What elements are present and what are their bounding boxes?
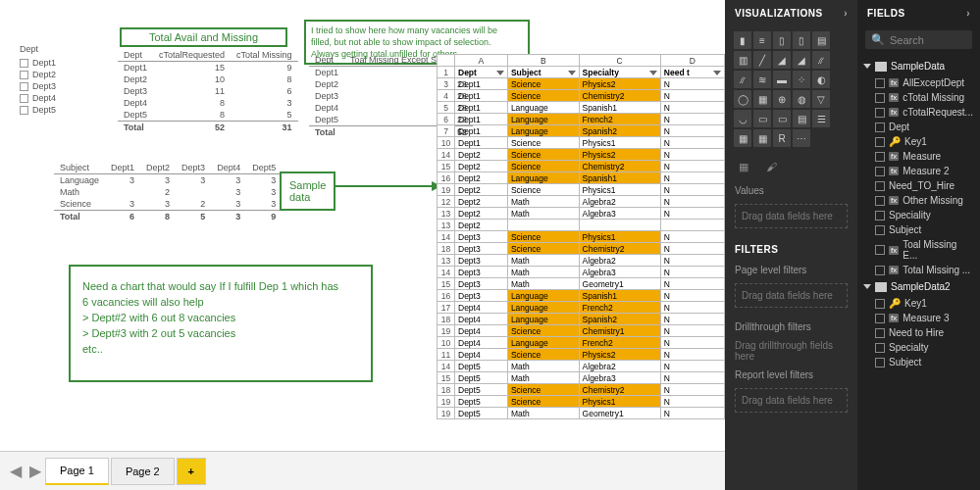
field-item[interactable]: fxcTotal Missing — [857, 90, 980, 105]
dept-slicer[interactable]: Dept Dept1Dept2Dept3Dept4Dept5 — [20, 44, 108, 117]
viz-kpi-icon[interactable]: ▤ — [793, 110, 810, 127]
tab-page-2[interactable]: Page 2 — [111, 458, 175, 485]
checkbox-icon[interactable] — [875, 343, 885, 353]
field-item[interactable]: fxOther Missing — [857, 193, 980, 208]
viz-matrix-icon[interactable]: ▦ — [753, 129, 771, 147]
checkbox-icon[interactable] — [875, 122, 885, 132]
checkbox-icon[interactable] — [875, 196, 885, 206]
viz-treemap-icon[interactable]: ▦ — [753, 90, 771, 108]
checkbox-icon[interactable] — [20, 82, 28, 91]
viz-r-icon[interactable]: R — [773, 129, 791, 147]
slicer-item[interactable]: Dept4 — [20, 93, 108, 103]
viz-stacked-bar-icon[interactable]: ▮ — [734, 31, 751, 49]
tab-page-1[interactable]: Page 1 — [45, 458, 109, 485]
drillthrough-drop[interactable]: Drag drillthrough fields here — [725, 336, 857, 366]
viz-card-icon[interactable]: ▭ — [753, 110, 771, 127]
checkbox-icon[interactable] — [20, 59, 28, 68]
field-item[interactable]: Need_TO_Hire — [857, 178, 980, 193]
table-sampledata2[interactable]: SampleData2 — [857, 277, 980, 296]
field-item[interactable]: 🔑Key1 — [857, 134, 980, 149]
col-letter[interactable]: C — [579, 55, 660, 67]
checkbox-icon[interactable] — [875, 78, 885, 88]
filter-dropdown-icon[interactable] — [713, 71, 721, 75]
field-item[interactable]: fxMeasure 3 — [857, 311, 980, 325]
values-drop-area[interactable]: Drag data fields here — [735, 204, 848, 228]
viz-funnel-icon[interactable]: ▽ — [812, 90, 830, 108]
field-item[interactable]: Need to Hire — [857, 325, 980, 340]
checkbox-icon[interactable] — [875, 181, 885, 191]
fields-search-input[interactable]: 🔍 Search — [865, 30, 972, 49]
slicer-item[interactable]: Dept2 — [20, 70, 108, 79]
field-item[interactable]: fxMeasure 2 — [857, 164, 980, 178]
format-tab-icon[interactable]: 🖌 — [762, 158, 780, 175]
viz-stacked-area-icon[interactable]: ◢ — [793, 51, 810, 69]
prev-page-button[interactable]: ◀ — [6, 462, 26, 481]
checkbox-icon[interactable] — [875, 328, 885, 338]
field-item[interactable]: 🔑Key1 — [857, 296, 980, 311]
field-item[interactable]: fxMeasure — [857, 149, 980, 164]
viz-stacked-column-icon[interactable]: ▯ — [773, 31, 791, 49]
slicer-item[interactable]: Dept5 — [20, 105, 108, 115]
field-item[interactable]: Specialty — [857, 340, 980, 355]
col-letter[interactable]: B — [507, 55, 579, 67]
viz-combo2-icon[interactable]: ⫽ — [734, 71, 751, 88]
checkbox-icon[interactable] — [875, 358, 885, 368]
checkbox-icon[interactable] — [875, 152, 885, 162]
viz-scatter-icon[interactable]: ⁘ — [793, 71, 810, 88]
viz-filled-map-icon[interactable]: ◍ — [793, 90, 810, 108]
next-page-button[interactable]: ▶ — [26, 462, 45, 481]
filter-dropdown-icon[interactable] — [568, 71, 576, 75]
table-sampledata[interactable]: SampleData — [857, 57, 980, 75]
checkbox-icon[interactable] — [875, 167, 885, 176]
viz-slicer-icon[interactable]: ☰ — [812, 110, 830, 127]
viz-area-icon[interactable]: ◢ — [773, 51, 791, 69]
checkbox-icon[interactable] — [875, 299, 885, 309]
viz-waterfall-icon[interactable]: ▬ — [773, 71, 791, 88]
checkbox-icon[interactable] — [875, 137, 885, 147]
column-header[interactable]: Specialty — [579, 67, 660, 78]
add-page-button[interactable]: + — [177, 458, 206, 485]
sample-data-grid[interactable]: ABCD1DeptSubjectSpecialtyNeed t3Dept1Sci… — [437, 54, 725, 419]
checkbox-icon[interactable] — [875, 266, 885, 275]
checkbox-icon[interactable] — [20, 94, 28, 103]
checkbox-icon[interactable] — [875, 108, 885, 118]
viz-clustered-column-icon[interactable]: ▯ — [793, 31, 810, 49]
viz-stacked-bar-100-icon[interactable]: ▤ — [812, 31, 830, 49]
field-item[interactable]: Dept — [857, 120, 980, 134]
collapse-icon[interactable]: › — [844, 8, 848, 19]
viz-ribbon-icon[interactable]: ≋ — [753, 71, 771, 88]
viz-combo-icon[interactable]: ⫽ — [812, 51, 830, 69]
checkbox-icon[interactable] — [875, 93, 885, 103]
viz-line-icon[interactable]: ╱ — [753, 51, 771, 69]
col-letter[interactable]: D — [660, 55, 724, 67]
slicer-item[interactable]: Dept1 — [20, 58, 108, 68]
filter-dropdown-icon[interactable] — [496, 71, 504, 75]
field-item[interactable]: fxAllExceptDept — [857, 75, 980, 90]
checkbox-icon[interactable] — [875, 225, 885, 235]
filter-dropdown-icon[interactable] — [649, 71, 657, 75]
column-header[interactable]: Need t — [660, 67, 724, 78]
checkbox-icon[interactable] — [20, 71, 28, 79]
viz-gauge-icon[interactable]: ◡ — [734, 110, 751, 127]
column-header[interactable]: Subject — [507, 67, 579, 78]
column-header[interactable]: Dept — [455, 67, 508, 78]
checkbox-icon[interactable] — [875, 314, 885, 323]
table-total-avail-missing[interactable]: Dept cTotalRequested cTotal Missing Dept… — [118, 49, 298, 133]
collapse-icon[interactable]: › — [966, 8, 970, 19]
report-filters-drop[interactable]: Drag data fields here — [735, 388, 848, 413]
table-subject-matrix[interactable]: SubjectDept1Dept2Dept3Dept4Dept5 Languag… — [54, 162, 282, 222]
viz-stacked-col-100-icon[interactable]: ▥ — [734, 51, 751, 69]
col-letter[interactable]: A — [455, 55, 508, 67]
viz-map-icon[interactable]: ⊕ — [773, 90, 791, 108]
field-item[interactable]: Speciality — [857, 208, 980, 222]
viz-clustered-bar-icon[interactable]: ≡ — [753, 31, 771, 49]
viz-donut-icon[interactable]: ◯ — [734, 90, 751, 108]
field-item[interactable]: Subject — [857, 355, 980, 369]
viz-table-icon[interactable]: ▦ — [734, 129, 751, 147]
checkbox-icon[interactable] — [20, 106, 28, 115]
checkbox-icon[interactable] — [875, 211, 885, 220]
field-item[interactable]: fxcTotalRequest... — [857, 105, 980, 120]
field-item[interactable]: fxToal Missing E... — [857, 237, 980, 263]
checkbox-icon[interactable] — [875, 245, 885, 255]
field-item[interactable]: fxTotal Missing ... — [857, 263, 980, 277]
